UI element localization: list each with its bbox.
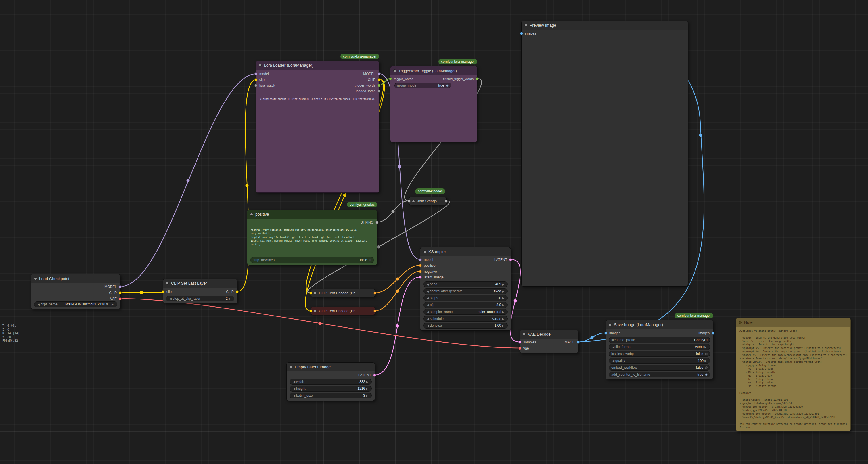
decrement-arrow-icon[interactable]: ◀ [36, 303, 40, 306]
height-widget[interactable]: ◀ height 1216 ▶ [289, 386, 372, 392]
input-dot-lora-stack[interactable] [254, 84, 257, 87]
input-dot-images[interactable] [604, 332, 607, 335]
input-dot-model[interactable] [419, 258, 422, 261]
node-load-checkpoint[interactable]: Load Checkpoint MODEL CLIP VAE ◀ ckpt_na… [31, 274, 121, 309]
collapse-toggle-icon[interactable] [34, 277, 37, 280]
node-clip-text-encode-negative[interactable]: CLIP Text Encode (Pr [311, 307, 375, 315]
output-dot-conditioning[interactable] [373, 292, 376, 295]
decrement-arrow-icon[interactable]: ◀ [426, 317, 430, 320]
node-preview-image[interactable]: Preview Image images [521, 21, 688, 287]
output-dot-trigger-words[interactable] [377, 84, 380, 87]
increment-arrow-icon[interactable]: ▶ [501, 303, 505, 307]
increment-arrow-icon[interactable]: ▶ [501, 283, 505, 286]
increment-arrow-icon[interactable]: ▶ [365, 394, 369, 397]
output-dot-images[interactable] [712, 332, 714, 335]
collapse-toggle-icon[interactable] [524, 24, 527, 27]
increment-arrow-icon[interactable]: ▶ [228, 297, 232, 300]
quality-widget[interactable]: ◀ quality 100 ▶ [609, 358, 710, 364]
node-positive-prompt[interactable]: positive STRING highres, very detailed, … [247, 210, 377, 265]
node-titlebar[interactable]: TriggerWord Toggle (LoraManager) [391, 66, 477, 75]
toggle-icon[interactable] [705, 353, 708, 355]
input-dot-clip[interactable] [254, 78, 257, 81]
steps-widget[interactable]: ◀ steps 20 ▶ [423, 295, 508, 301]
node-titlebar[interactable]: Save Image (LoraManager) [606, 320, 713, 329]
node-titlebar[interactable]: CLIP Text Encode (Pr [311, 307, 375, 315]
node-vae-decode[interactable]: VAE Decode samples vae IMAGE [520, 330, 579, 353]
node-clip-text-encode-positive[interactable]: CLIP Text Encode (Pr [311, 289, 375, 297]
output-dot-model[interactable] [377, 72, 380, 76]
node-lora-loader[interactable]: Lora Loader (LoraManager) model clip lor… [256, 61, 379, 193]
toggle-icon[interactable] [705, 367, 708, 369]
decrement-arrow-icon[interactable]: ◀ [426, 290, 430, 293]
node-titlebar[interactable]: positive [247, 210, 377, 219]
increment-arrow-icon[interactable]: ▶ [501, 310, 505, 314]
group-mode-toggle-widget[interactable]: group_mode true [395, 83, 451, 88]
prompt-text[interactable]: highres, very detailed, amazing quality,… [251, 228, 373, 250]
output-dot-model[interactable] [119, 285, 122, 288]
lossless-webp-toggle-widget[interactable]: lossless_webp false [609, 351, 710, 357]
node-titlebar[interactable]: Load Checkpoint [31, 274, 120, 283]
filename-prefix-widget[interactable]: filename_prefix ComfyUI [609, 337, 710, 343]
collapse-toggle-icon[interactable] [314, 310, 316, 312]
node-titlebar[interactable]: VAE Decode [520, 330, 578, 339]
output-dot-string[interactable] [445, 200, 448, 203]
collapse-toggle-icon[interactable] [314, 292, 316, 295]
node-titlebar[interactable]: Join Strings [409, 197, 446, 205]
output-dot-clip[interactable] [236, 290, 239, 293]
increment-arrow-icon[interactable]: ▶ [501, 290, 505, 293]
increment-arrow-icon[interactable]: ▶ [365, 380, 369, 383]
node-clip-set-last-layer[interactable]: CLIP Set Last Layer clip CLIP ◀ stop_at_… [163, 279, 238, 303]
output-dot-filtered-trigger-words[interactable] [475, 77, 478, 80]
node-titlebar[interactable]: KSampler [420, 248, 510, 256]
embed-workflow-toggle-widget[interactable]: embed_workflow false [609, 365, 710, 371]
input-dot-vae[interactable] [518, 347, 521, 350]
node-triggerword-toggle[interactable]: TriggerWord Toggle (LoraManager) trigger… [390, 66, 477, 142]
increment-arrow-icon[interactable]: ▶ [704, 359, 708, 362]
decrement-arrow-icon[interactable]: ◀ [426, 283, 430, 286]
output-dot-latent[interactable] [509, 258, 512, 261]
output-dot-latent[interactable] [373, 374, 376, 377]
decrement-arrow-icon[interactable]: ◀ [426, 303, 430, 307]
decrement-arrow-icon[interactable]: ◀ [426, 297, 430, 300]
add-counter-toggle-widget[interactable]: add_counter_to_filename true [609, 372, 710, 377]
batch-size-widget[interactable]: ◀ batch_size 3 ▶ [289, 393, 372, 399]
increment-arrow-icon[interactable]: ▶ [501, 324, 505, 327]
node-ksampler[interactable]: KSampler model positive negative latent_… [420, 247, 511, 330]
increment-arrow-icon[interactable]: ▶ [111, 303, 115, 306]
decrement-arrow-icon[interactable]: ◀ [426, 310, 430, 314]
input-dot-images[interactable] [520, 32, 523, 35]
node-titlebar[interactable]: Empty Latent Image [287, 363, 375, 371]
increment-arrow-icon[interactable]: ▶ [704, 346, 708, 349]
node-note[interactable]: Note Available filename_prefix Pattern C… [736, 318, 851, 432]
output-dot-clip[interactable] [119, 291, 122, 294]
input-dot-negative[interactable] [419, 270, 422, 273]
toggle-icon[interactable] [446, 84, 448, 87]
output-dot-loaded-loras[interactable] [377, 90, 380, 93]
width-widget[interactable]: ◀ width 832 ▶ [289, 379, 372, 385]
cfg-widget[interactable]: ◀ cfg 8.0 ▶ [423, 302, 508, 308]
output-dot-image[interactable] [577, 341, 580, 344]
node-save-image[interactable]: Save Image (LoraManager) images images f… [606, 320, 713, 379]
output-dot-clip[interactable] [377, 78, 380, 81]
collapse-toggle-icon[interactable] [259, 64, 261, 67]
node-empty-latent-image[interactable]: Empty Latent Image LATENT ◀ width 832 ▶ … [286, 362, 375, 401]
increment-arrow-icon[interactable]: ▶ [501, 317, 505, 320]
collapse-toggle-icon[interactable] [250, 213, 253, 216]
collapse-toggle-icon[interactable] [739, 321, 742, 324]
node-titlebar[interactable]: Note [736, 318, 850, 327]
strip-newlines-toggle-widget[interactable]: strip_newlines false [250, 257, 374, 263]
collapse-toggle-icon[interactable] [412, 200, 415, 203]
decrement-arrow-icon[interactable]: ◀ [292, 380, 296, 383]
file-format-widget[interactable]: ◀ file_format webp ▶ [609, 344, 710, 350]
node-join-strings[interactable]: Join Strings [409, 197, 446, 205]
decrement-arrow-icon[interactable]: ◀ [292, 394, 296, 397]
node-titlebar[interactable]: CLIP Set Last Layer [163, 279, 237, 288]
stop-at-clip-layer-widget[interactable]: ◀ stop_at_clip_layer -2 ▶ [166, 296, 234, 301]
output-dot-string[interactable] [375, 221, 378, 224]
scheduler-widget[interactable]: ◀ scheduler karras ▶ [423, 316, 508, 322]
collapse-toggle-icon[interactable] [166, 282, 169, 285]
node-titlebar[interactable]: Preview Image [522, 21, 688, 30]
input-dot-trigger-words[interactable] [389, 77, 392, 80]
decrement-arrow-icon[interactable]: ◀ [611, 359, 615, 362]
toggle-icon[interactable] [369, 259, 371, 261]
